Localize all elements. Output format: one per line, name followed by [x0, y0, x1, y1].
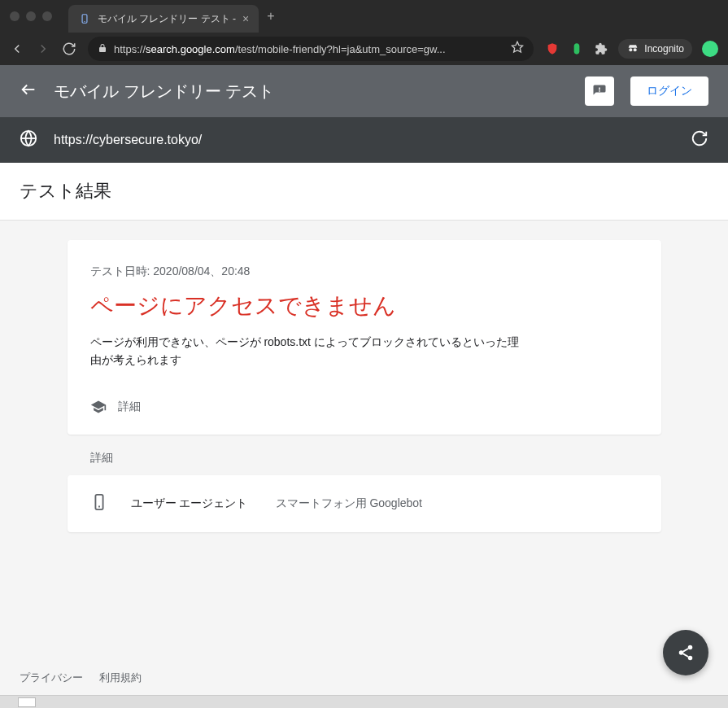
svg-line-16: [683, 653, 688, 657]
app-header: モバイル フレンドリー テスト ログイン: [0, 65, 728, 117]
url-input-bar: https://cybersecure.tokyo/: [0, 117, 728, 163]
svg-point-4: [634, 48, 637, 51]
results-header: テスト結果: [0, 163, 728, 221]
browser-tab[interactable]: モバイル フレンドリー テスト - ×: [68, 5, 259, 33]
svg-point-14: [688, 656, 693, 661]
bookmark-star-icon[interactable]: [511, 41, 524, 57]
detail-key: ユーザー エージェント: [131, 496, 253, 511]
svg-point-12: [688, 645, 693, 650]
evernote-extension-icon[interactable]: [569, 42, 584, 56]
close-tab-icon[interactable]: ×: [242, 12, 249, 25]
result-card: テスト日時: 2020/08/04、20:48 ページにアクセスできません ペー…: [68, 240, 661, 435]
browser-titlebar: モバイル フレンドリー テスト - × +: [0, 0, 728, 33]
results-title: テスト結果: [20, 179, 708, 203]
graduation-cap-icon: [90, 399, 107, 415]
window-controls: [10, 11, 52, 21]
new-tab-button[interactable]: +: [267, 9, 274, 24]
privacy-link[interactable]: プライバシー: [20, 671, 83, 685]
extension-icons: Incognito: [545, 39, 718, 59]
svg-rect-7: [599, 90, 600, 92]
learn-more-link[interactable]: 詳細: [90, 399, 639, 415]
incognito-label: Incognito: [644, 43, 684, 55]
app-title: モバイル フレンドリー テスト: [54, 81, 569, 103]
forward-button[interactable]: [36, 42, 50, 56]
tab-title: モバイル フレンドリー テスト -: [98, 12, 236, 26]
close-window-icon[interactable]: [10, 11, 20, 21]
browser-toolbar: https://search.google.com/test/mobile-fr…: [0, 33, 728, 65]
share-icon: [677, 644, 695, 662]
detail-value: スマートフォン用 Googlebot: [276, 496, 423, 511]
svg-rect-6: [599, 88, 600, 90]
maximize-window-icon[interactable]: [42, 11, 52, 21]
error-title: ページにアクセスできません: [90, 291, 639, 321]
share-fab[interactable]: [663, 630, 708, 675]
svg-rect-10: [95, 495, 102, 509]
footer-links: プライバシー 利用規約: [20, 671, 142, 685]
smartphone-icon: [90, 493, 108, 514]
window-fragment: [0, 695, 728, 708]
tab-favicon-icon: [78, 12, 91, 25]
globe-icon: [20, 129, 37, 151]
run-test-button[interactable]: [691, 129, 708, 151]
details-section-label: 詳細: [68, 451, 661, 465]
detail-row[interactable]: ユーザー エージェント スマートフォン用 Googlebot: [68, 475, 661, 532]
svg-marker-2: [512, 42, 523, 52]
feedback-button[interactable]: [585, 76, 614, 106]
ublock-extension-icon[interactable]: [545, 42, 560, 56]
svg-point-3: [630, 48, 633, 51]
learn-more-label: 詳細: [118, 400, 141, 414]
extensions-puzzle-icon[interactable]: [594, 42, 608, 56]
profile-avatar[interactable]: [702, 41, 718, 57]
lock-icon: [98, 42, 107, 56]
back-button[interactable]: [10, 42, 24, 56]
content-area: テスト結果 テスト日時: 2020/08/04、20:48 ページにアクセスでき…: [0, 163, 728, 695]
login-button[interactable]: ログイン: [630, 76, 708, 106]
svg-line-15: [683, 649, 688, 652]
reload-button[interactable]: [62, 42, 76, 56]
url-text: https://search.google.com/test/mobile-fr…: [114, 43, 504, 55]
error-description: ページが利用できない、ページが robots.txt によってブロックされている…: [90, 333, 530, 369]
app-back-button[interactable]: [20, 81, 37, 102]
url-input[interactable]: https://cybersecure.tokyo/: [54, 133, 674, 147]
incognito-badge[interactable]: Incognito: [618, 39, 692, 59]
address-bar[interactable]: https://search.google.com/test/mobile-fr…: [88, 37, 534, 61]
svg-point-13: [679, 650, 684, 655]
test-timestamp: テスト日時: 2020/08/04、20:48: [90, 264, 639, 279]
minimize-window-icon[interactable]: [26, 11, 36, 21]
terms-link[interactable]: 利用規約: [99, 671, 142, 685]
